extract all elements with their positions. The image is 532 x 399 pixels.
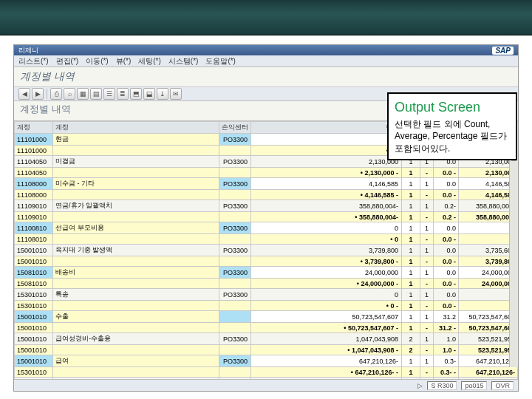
cell: 15001010 (15, 333, 53, 345)
cell (219, 311, 251, 323)
menu-item[interactable]: 편집(*) (56, 56, 79, 66)
cell: 0.0 (434, 178, 459, 190)
cell (219, 301, 251, 311)
table-row[interactable]: 15001010수출50,723,547,6071131.250,723,547… (15, 311, 518, 323)
menu-item[interactable]: 뷰(*) (116, 56, 132, 66)
status-user: po015 (461, 381, 487, 390)
layout2-icon[interactable]: ▤ (90, 88, 102, 100)
cell: 2 (402, 378, 420, 380)
cell: 수출 (53, 311, 219, 323)
menu-item[interactable]: 시스템(*) (168, 56, 199, 66)
cell (53, 234, 219, 245)
table-row[interactable]: 15081010배송비PO330024,000,000110.024,000,0… (15, 267, 518, 279)
table-row[interactable]: 15001010급여PO3300647,210,126-110.3-647,21… (15, 355, 518, 367)
cell: • 0 (251, 234, 402, 245)
window-titlebar[interactable]: 리제니 SAP (14, 45, 518, 55)
cell: - (420, 367, 434, 378)
table-row[interactable]: 11108000미수금 - 기타PO33004,146,585110.04,14… (15, 178, 518, 190)
list-icon[interactable]: ☰ (103, 88, 115, 100)
cell: 1 (420, 289, 434, 301)
table-row[interactable]: 15001010• 3,739,800 -1-0.0 -3,739,800 (15, 256, 518, 267)
cell: 0.3- - (434, 367, 459, 378)
cell: • 3,739,800 - (251, 256, 402, 267)
table-row[interactable]: 15301010• 647,210,126- -1-0.3- -647,210,… (15, 367, 518, 378)
cell: 11108010 (15, 234, 53, 245)
table-row[interactable]: 15081010• 24,000,000 -1-0.0 -24,000,000 (15, 279, 518, 289)
mail-icon[interactable]: ✉ (170, 88, 182, 100)
cell: 1 (402, 178, 420, 190)
cell: • 24,000,000 - (251, 279, 402, 289)
menu-bar: 리스트(*) 편집(*) 이동(*) 뷰(*) 세팅(*) 시스템(*) 도움말… (14, 55, 518, 67)
table-row[interactable]: 11109010• 358,880,004-1-0.2 -358,880,004… (15, 212, 518, 222)
cell: 1 (420, 200, 434, 212)
table-row[interactable]: 15001020단기순기후계 계상액PO33003,144,936,792211… (15, 378, 518, 380)
table-row[interactable]: 11104050• 2,130,000 -1-0.0 -2,130,000 (15, 168, 518, 178)
cell (219, 345, 251, 355)
menu-item[interactable]: 이동(*) (86, 56, 109, 66)
cell: 배송비 (53, 267, 219, 279)
col-center[interactable]: 손익센터 (219, 122, 251, 134)
cell: 11108000 (15, 178, 53, 190)
cell: 15001020 (15, 378, 53, 380)
table-row[interactable]: 11100810선급여 부모비용PO33000110.00 (15, 222, 518, 234)
cell: 1 (402, 200, 420, 212)
forward-button[interactable]: ▶ (32, 88, 44, 100)
table-row[interactable]: 15301010특송PO33000110.00 (15, 289, 518, 301)
cell: 0.0 - (434, 190, 459, 200)
cell: 1 (402, 234, 420, 245)
table-row[interactable]: 11109010연금/휴가 일괄액치PO3300358,880,004-110.… (15, 200, 518, 212)
table-row[interactable]: 15301010• 0 -1-0.0 -0 (15, 301, 518, 311)
cell (53, 190, 219, 200)
cell: 15001010 (15, 245, 53, 256)
cell: 0.0 - (434, 301, 459, 311)
back-button[interactable]: ◀ (18, 88, 30, 100)
cell (53, 146, 219, 156)
table-row[interactable]: 15001010• 1,047,043,908 -2-1.0 -523,521,… (15, 345, 518, 355)
cell (219, 212, 251, 222)
cell: PO3300 (219, 245, 251, 256)
menu-item[interactable]: 세팅(*) (138, 56, 161, 66)
nav-first-icon[interactable]: ▷ (417, 382, 423, 389)
window-title: 리제니 (18, 46, 38, 55)
col-amount[interactable]: 한계 (251, 122, 402, 134)
cell: 현금 (53, 134, 219, 146)
col-code[interactable]: 계정 (15, 122, 53, 134)
filter-icon[interactable]: ⬒ (130, 88, 142, 100)
sap-logo: SAP (492, 47, 514, 55)
cell: 0.3- (434, 355, 459, 367)
cell: 급여 (53, 355, 219, 367)
cell: 31.2 (434, 311, 459, 323)
cell: • 4,146,585 - (251, 190, 402, 200)
print-icon[interactable]: ⎙ (50, 88, 62, 100)
cell: 1 (402, 301, 420, 311)
cell: 50,723,547,607 (251, 311, 402, 323)
cell: 1 (402, 289, 420, 301)
sum-icon[interactable]: ⬓ (143, 88, 155, 100)
sort-icon[interactable]: ≣ (117, 88, 129, 100)
cell: 1 (420, 355, 434, 367)
search-icon[interactable]: ⌕ (64, 88, 75, 100)
cell (53, 367, 219, 378)
cell: 1 (402, 256, 420, 267)
cell: PO3300 (219, 378, 251, 380)
table-row[interactable]: 11108010• 01-0.0 -0 (15, 234, 518, 245)
table-row[interactable]: 15001010육지대 기중 발생액PO33003,739,800110.03,… (15, 245, 518, 256)
menu-item[interactable]: 도움말(*) (205, 56, 236, 66)
cell: - (420, 279, 434, 289)
table-row[interactable]: 15001010급여성경비-수출용PO33001,047,043,908211.… (15, 333, 518, 345)
col-desc[interactable]: 계정 (53, 122, 219, 134)
table-row[interactable]: 11108000• 4,146,585 -1-0.0 -4,146,585 (15, 190, 518, 200)
cell: 15001010 (15, 345, 53, 355)
cell: 15001010 (15, 256, 53, 267)
cell: 1.7 (434, 378, 459, 380)
table-row[interactable]: 15001010• 50,723,547,607 -1-31.2 -50,723… (15, 323, 518, 333)
cell (219, 279, 251, 289)
cell: 2 (402, 345, 420, 355)
cell: 1 (420, 222, 434, 234)
export-icon[interactable]: ⤓ (157, 88, 168, 100)
cell: 연금/휴가 일괄액치 (53, 200, 219, 212)
cell (219, 256, 251, 267)
menu-item[interactable]: 리스트(*) (18, 56, 49, 66)
cell (53, 256, 219, 267)
layout-icon[interactable]: ▦ (77, 88, 89, 100)
